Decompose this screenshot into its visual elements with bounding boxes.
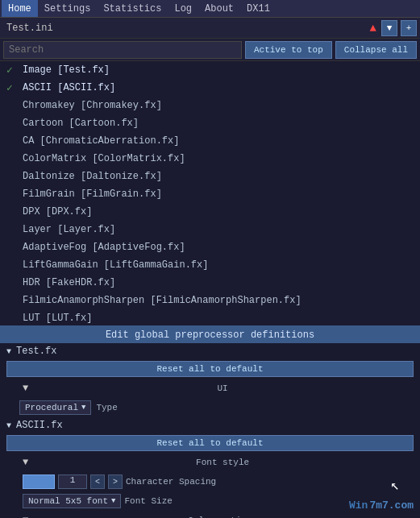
menu-dx11[interactable]: DX11 [240,0,277,17]
effect-name-label: Layer [Layer.fx] [23,224,115,235]
group-asciifx[interactable]: ▼ ASCII.fx [0,417,420,433]
properties-panel: Edit global preprocessor definitions ▼ T… [0,327,420,518]
watermark-site: 7m7.com [369,499,414,512]
char-spacing-value[interactable]: 1 [58,474,87,489]
effect-name-label: AdaptiveFog [AdaptiveFog.fx] [23,242,185,253]
effect-name-label: CA [ChromaticAberration.fx] [23,135,179,147]
menu-home[interactable]: Home [2,0,38,17]
char-spacing-more-btn[interactable]: > [108,474,123,489]
effect-name-label: LiftGammaGain [LiftGammaGain.fx] [23,259,208,271]
cursor-arrow: ↖ [390,476,399,494]
effect-item[interactable]: DPX [DPX.fx] [0,203,420,221]
effect-name-label: Daltonize [Daltonize.fx] [23,171,162,182]
arrow-indicator: ▲ [370,22,376,35]
effect-name-label: FilmGrain [FilmGrain.fx] [23,189,162,200]
procedural-dropdown-arrow: ▼ [81,404,85,412]
effect-item[interactable]: HDR [FakeHDR.fx] [0,274,420,292]
menu-statistics[interactable]: Statistics [97,0,168,17]
effect-check-icon: ✓ [6,64,19,77]
active-to-top-button[interactable]: Active to top [245,41,332,59]
menubar: Home Settings Statistics Log About DX11 [0,0,420,18]
subgroup-fontstyle[interactable]: ▼ Font style [0,453,420,472]
effect-item[interactable]: ✓ASCII [ASCII.fx] [0,79,420,97]
char-color-swatch[interactable] [23,474,55,489]
menu-log[interactable]: Log [168,0,198,17]
effect-item[interactable]: FilmicAnamorphSharpen [FilmicAnamorphSha… [0,292,420,309]
prop-procedural-row: Procedural ▼ Type [0,398,420,417]
search-input[interactable] [3,41,242,59]
effect-item[interactable]: ✓Image [Test.fx] [0,61,420,79]
toolbar-title: Test.ini [3,23,367,34]
searchbar: Active to top Collapse all [0,39,420,61]
char-spacing-label: Character Spacing [126,477,414,487]
toolbar: Test.ini ▲ ▼ + [0,18,420,39]
effect-item[interactable]: Daltonize [Daltonize.fx] [0,168,420,185]
menu-about[interactable]: About [198,0,240,17]
effect-name-label: ColorMatrix [ColorMatrix.fx] [23,153,185,164]
type-label: Type [96,403,160,412]
watermark: Win 7m7.com [349,499,414,512]
font-size-value: Normal 5x5 font [28,496,108,506]
effect-name-label: LUT [LUT.fx] [23,313,92,324]
group-testfx[interactable]: ▼ Test.fx [0,343,420,359]
effect-item[interactable]: ColorMatrix [ColorMatrix.fx] [0,150,420,168]
reset-testfx-btn[interactable]: Reset all to default [6,361,414,377]
effect-name-label: FilmicAnamorphSharpen [FilmicAnamorphSha… [23,295,301,306]
effect-name-label: DPX [DPX.fx] [23,206,92,218]
triangle-coloropts: ▼ [23,515,28,518]
section-header: Edit global preprocessor definitions [0,327,420,343]
subgroup-ui-label: UI [31,383,414,393]
font-size-dropdown-arrow: ▼ [111,497,115,505]
effect-name-label: ASCII [ASCII.fx] [23,82,115,93]
effect-item[interactable]: Layer [Layer.fx] [0,221,420,238]
effect-item[interactable]: FilmGrain [FilmGrain.fx] [0,185,420,203]
effect-item[interactable]: CA [ChromaticAberration.fx] [0,132,420,150]
group-testfx-label: Test.fx [16,346,56,357]
subgroup-fontstyle-label: Font style [31,458,414,467]
char-spacing-less-btn[interactable]: < [90,474,105,489]
toolbar-add-btn[interactable]: + [401,20,417,36]
effect-name-label: Image [Test.fx] [23,64,110,76]
collapse-all-button[interactable]: Collapse all [335,41,417,59]
effect-item[interactable]: Cartoon [Cartoon.fx] [0,114,420,132]
procedural-dropdown[interactable]: Procedural ▼ [19,400,91,415]
effects-panel: ✓Image [Test.fx]✓ASCII [ASCII.fx] Chroma… [0,61,420,327]
effect-name-label: HDR [FakeHDR.fx] [23,277,115,288]
triangle-ui: ▼ [23,383,28,394]
effect-check-icon: ✓ [6,81,19,94]
font-size-dropdown[interactable]: Normal 5x5 font ▼ [23,494,121,508]
subgroup-ui[interactable]: ▼ UI [0,379,420,398]
triangle-fontstyle: ▼ [23,457,28,468]
group-asciifx-label: ASCII.fx [16,420,63,431]
effect-name-label: Chromakey [Chromakey.fx] [23,100,162,111]
procedural-value: Procedural [25,403,78,412]
triangle-testfx: ▼ [6,347,11,356]
reset-asciifx-btn[interactable]: Reset all to default [6,435,414,451]
subgroup-coloropts[interactable]: ▼ Color options [0,511,420,518]
triangle-asciifx: ▼ [6,421,11,430]
effect-item[interactable]: AdaptiveFog [AdaptiveFog.fx] [0,238,420,256]
effect-name-label: Cartoon [Cartoon.fx] [23,118,139,129]
char-spacing-row: 1 < > Character Spacing [0,472,420,491]
effect-item[interactable]: Chromakey [Chromakey.fx] [0,97,420,114]
toolbar-dropdown-btn[interactable]: ▼ [381,20,397,36]
effect-item[interactable]: LiftGammaGain [LiftGammaGain.fx] [0,256,420,274]
menu-settings[interactable]: Settings [38,0,98,17]
watermark-win: Win [349,499,368,512]
effect-item[interactable]: LUT [LUT.fx] [0,309,420,327]
